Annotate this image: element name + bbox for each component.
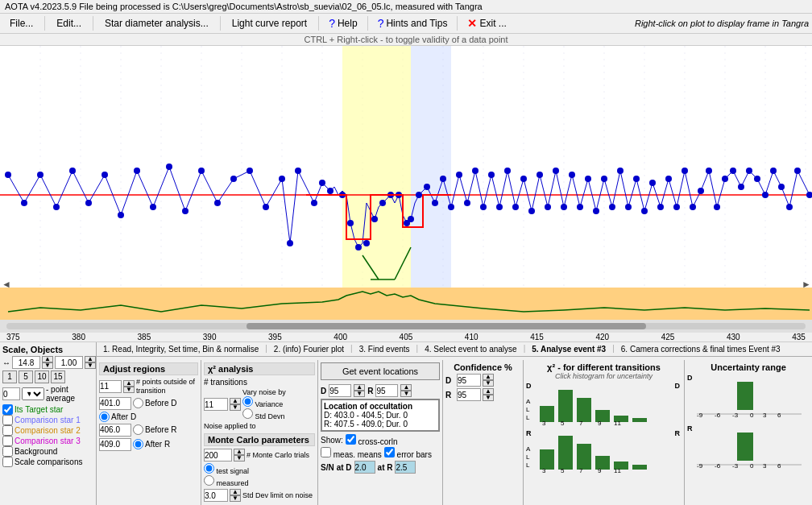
help-button[interactable]: ? Help — [324, 15, 362, 31]
stddevn-radio[interactable]: Std Devn — [242, 408, 286, 420]
points-spinner[interactable]: ▲ ▼ — [123, 380, 135, 393]
adj-input-3[interactable] — [99, 438, 131, 451]
conf-d-input[interactable] — [457, 374, 481, 387]
svg-rect-126 — [632, 465, 647, 470]
d-histogram[interactable]: D A L L 3 5 7 — [526, 382, 682, 426]
svg-text:3: 3 — [542, 467, 546, 474]
r-uncertainty[interactable]: R -9 -6 -3 0 3 6 — [687, 424, 810, 469]
svg-point-63 — [456, 172, 462, 178]
get-event-button[interactable]: Get event locations — [321, 362, 440, 380]
step6[interactable]: 6. Camera corrections & final times Even… — [618, 344, 784, 354]
scale-input-2[interactable] — [55, 356, 83, 369]
btn-1[interactable]: 1 — [2, 370, 17, 383]
hints-button[interactable]: ? Hints and Tips — [373, 15, 453, 31]
sn-d-input[interactable] — [354, 461, 375, 474]
cross-corln-checkbox[interactable]: cross-corln — [346, 434, 398, 446]
scale-comps-checkbox[interactable]: Scale comparisons — [2, 457, 93, 467]
conf-d-row: D ▲ ▼ — [445, 374, 520, 387]
svg-point-50 — [355, 244, 362, 250]
scale-spinner-2[interactable]: ▲ ▼ — [85, 356, 96, 369]
conf-r-input[interactable] — [457, 388, 481, 401]
points-outside-label: # points outside of transition — [136, 378, 198, 395]
trans-down[interactable]: ▼ — [230, 404, 241, 411]
d-hist-svg[interactable]: 3 5 7 9 11 — [536, 382, 661, 426]
trans-val-input[interactable] — [204, 398, 228, 411]
conf-d-down[interactable]: ▼ — [483, 380, 494, 387]
menu-file[interactable]: File... — [3, 16, 39, 31]
adj-input-1[interactable] — [99, 397, 131, 410]
exit-button[interactable]: ✕ Exit ... — [462, 15, 511, 31]
comp2-checkbox[interactable]: Comparison star 2 — [2, 425, 93, 436]
std-dev-input[interactable] — [204, 489, 228, 502]
comp3-checkbox[interactable]: Comparison star 3 — [2, 436, 93, 446]
btn-5[interactable]: 5 — [19, 370, 33, 383]
before-r-radio[interactable]: Before R — [133, 424, 176, 435]
step5[interactable]: 5. Analyse event #3 — [528, 344, 609, 354]
main-chart[interactable]: ◄ ► — [0, 46, 812, 320]
target-star-checkbox[interactable]: Its Target star — [2, 404, 93, 415]
step1[interactable]: 1. Read, Integrity, Set time, Bin & norm… — [100, 344, 262, 354]
d-uncertainty[interactable]: D -9 -6 -3 0 3 6 — [687, 374, 810, 418]
scrollbar-area[interactable] — [0, 320, 812, 333]
chi2-hist-subtitle[interactable]: Click histogram for uncertainty — [526, 372, 682, 380]
r-down[interactable]: ▼ — [400, 391, 412, 397]
test-signal-radio[interactable]: test signal — [204, 463, 315, 475]
point-avg-input[interactable] — [2, 387, 20, 400]
scale-title: Scale, Objects — [2, 345, 93, 354]
r-histogram[interactable]: R A L L 3 5 7 — [526, 429, 682, 474]
mc-val-input[interactable] — [204, 449, 232, 462]
error-bars-checkbox[interactable]: error bars — [384, 447, 432, 459]
d-spinner[interactable]: ▲ ▼ — [354, 384, 365, 397]
btn-15[interactable]: 15 — [51, 370, 65, 383]
btn-10[interactable]: 10 — [35, 370, 49, 383]
bg-checkbox[interactable]: Background — [2, 446, 93, 457]
step4[interactable]: 4. Select event to analyse — [421, 344, 520, 354]
r-unc-svg[interactable]: -9 -6 -3 0 3 6 — [697, 424, 802, 469]
mc-spinner[interactable]: ▲ ▼ — [234, 449, 245, 462]
before-d-radio[interactable]: Before D — [133, 398, 176, 408]
scale-down-1[interactable]: ▼ — [42, 362, 53, 369]
d-unc-svg[interactable]: -9 -6 -3 0 3 6 — [697, 374, 802, 418]
meas-means-checkbox[interactable]: meas. means — [321, 447, 382, 459]
conf-r-spinner[interactable]: ▲ ▼ — [483, 388, 494, 401]
std-dev-spinner[interactable]: ▲ ▼ — [230, 489, 241, 502]
sn-r-input[interactable] — [395, 461, 416, 474]
menu-light-curve[interactable]: Light curve report — [226, 16, 313, 31]
adj-input-2[interactable] — [99, 424, 131, 437]
comp1-checkbox[interactable]: Comparison star 1 — [2, 415, 93, 425]
point-avg-dropdown[interactable]: ▼ — [22, 387, 44, 400]
scrollbar-track[interactable] — [6, 323, 806, 329]
trans-spinner[interactable]: ▲ ▼ — [230, 398, 241, 411]
mc-down[interactable]: ▼ — [234, 455, 245, 462]
step3[interactable]: 3. Find events — [356, 344, 413, 354]
after-d-radio[interactable]: After D — [99, 412, 136, 422]
variance-radio[interactable]: Variance — [242, 396, 286, 408]
menu-star-diameter[interactable]: Star diameter analysis... — [98, 16, 215, 31]
svg-point-71 — [520, 176, 527, 182]
d-down[interactable]: ▼ — [354, 391, 365, 397]
conf-r-down[interactable]: ▼ — [483, 395, 494, 401]
after-r-radio[interactable]: After R — [133, 439, 170, 449]
svg-point-93 — [698, 188, 704, 194]
r-val-input[interactable] — [375, 384, 398, 397]
step2[interactable]: 2. (info) Fourier plot — [271, 344, 347, 354]
uncertainty-panel: Uncertainty range D -9 -6 -3 0 3 6 — [685, 360, 812, 505]
svg-point-46 — [319, 180, 325, 186]
scrollbar-thumb[interactable] — [246, 323, 646, 329]
scale-input-1[interactable] — [12, 356, 40, 369]
d-val-input[interactable] — [329, 384, 351, 397]
conf-d-spinner[interactable]: ▲ ▼ — [483, 374, 494, 387]
scale-spinner-1[interactable]: ▲ ▼ — [42, 356, 53, 369]
scale-down-2[interactable]: ▼ — [85, 362, 96, 369]
location-box: Location of occultation D: 403.0 - 404.5… — [321, 399, 440, 432]
ctrl-hint: CTRL + Right-click - to toggle validity … — [304, 35, 508, 44]
x-label-375: 375 — [6, 333, 20, 341]
points-outside-input[interactable] — [99, 380, 122, 393]
measured-radio[interactable]: measured — [204, 475, 315, 487]
r-hist-svg[interactable]: 3 5 7 9 11 — [536, 429, 661, 474]
r-spinner[interactable]: ▲ ▼ — [400, 384, 412, 397]
std-dev-down[interactable]: ▼ — [230, 495, 241, 502]
menu-edit[interactable]: Edit... — [50, 16, 88, 31]
svg-point-78 — [577, 204, 583, 210]
points-down[interactable]: ▼ — [123, 387, 135, 393]
